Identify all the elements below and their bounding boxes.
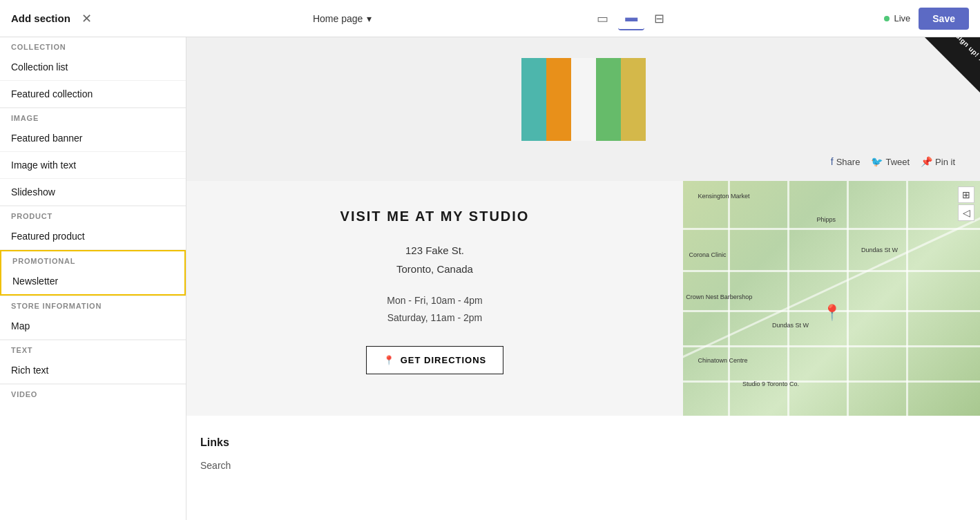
studio-section: VISIT ME AT MY STUDIO 123 Fake St. Toron… xyxy=(186,181,980,416)
share-button[interactable]: f Share xyxy=(831,156,861,167)
address-line1: 123 Fake St. xyxy=(207,241,662,260)
content-area: Sign up! ↗ xyxy=(186,37,980,520)
stripe-white xyxy=(571,58,596,141)
header-right: Live Save xyxy=(884,8,969,30)
facebook-icon: f xyxy=(831,156,834,167)
live-label: Live xyxy=(894,13,910,23)
page-selector-label: Home page xyxy=(313,13,363,24)
product-image-area xyxy=(200,51,966,148)
hours-line2: Saturday, 11am - 2pm xyxy=(207,309,662,327)
map-label: Dundas St W xyxy=(861,247,898,253)
map-label: Studio 9 Toronto Co. xyxy=(742,381,799,387)
studio-hours: Mon - Fri, 10am - 4pm Saturday, 11am - 2… xyxy=(207,292,662,327)
directions-button[interactable]: 📍 GET DIRECTIONS xyxy=(366,346,504,374)
footer-link-search[interactable]: Search xyxy=(200,457,966,474)
panel-title: Add section xyxy=(11,12,70,24)
sidebar-item-featured-banner[interactable]: Featured banner xyxy=(0,125,186,152)
twitter-icon: 🐦 xyxy=(871,156,883,167)
close-button[interactable]: ✕ xyxy=(79,10,95,28)
category-store-information: STORE INFORMATION xyxy=(0,296,186,313)
tweet-label: Tweet xyxy=(885,157,910,167)
map-pin: 📍 xyxy=(823,304,841,322)
stripe-orange xyxy=(546,58,571,141)
directions-label: GET DIRECTIONS xyxy=(401,355,487,365)
stripe-yellow xyxy=(621,58,646,141)
sidebar: COLLECTION Collection list Featured coll… xyxy=(0,37,186,520)
header-bar: Add section ✕ Home page ▾ ▭ ▬ ⊟ Live Sav… xyxy=(0,0,980,37)
category-promotional: PROMOTIONAL xyxy=(1,251,184,268)
studio-info: VISIT ME AT MY STUDIO 123 Fake St. Toron… xyxy=(186,181,683,416)
stripe-teal xyxy=(521,58,546,141)
map-label: Kensington Market xyxy=(698,193,750,200)
pin-button[interactable]: 📌 Pin it xyxy=(921,156,955,167)
address-line2: Toronto, Canada xyxy=(207,260,662,278)
map-layers-button[interactable]: ◁ xyxy=(958,204,974,221)
main-layout: COLLECTION Collection list Featured coll… xyxy=(0,37,980,520)
sidebar-item-featured-collection[interactable]: Featured collection xyxy=(0,81,186,108)
page-selector-button[interactable]: Home page ▾ xyxy=(307,10,377,27)
footer-section: Links Search xyxy=(186,416,980,494)
category-collection: COLLECTION xyxy=(0,37,186,54)
promotional-section: PROMOTIONAL Newsletter xyxy=(0,250,186,296)
sidebar-item-newsletter[interactable]: Newsletter xyxy=(1,268,184,294)
category-product: PRODUCT xyxy=(0,206,186,223)
save-button[interactable]: Save xyxy=(919,8,969,30)
map-label: Chinatown Centre xyxy=(698,357,748,364)
map-controls: ⊞ ◁ xyxy=(958,186,974,221)
map-grid-button[interactable]: ⊞ xyxy=(958,186,974,203)
share-label: Share xyxy=(836,157,861,167)
map-placeholder: Kensington Market Phipps Corona Clinic D… xyxy=(683,181,980,416)
product-stripes xyxy=(521,58,646,141)
wide-device-button[interactable]: ⊟ xyxy=(647,7,671,30)
sidebar-item-rich-text[interactable]: Rich text xyxy=(0,357,186,384)
hours-line1: Mon - Fri, 10am - 4pm xyxy=(207,292,662,309)
mobile-device-button[interactable]: ▭ xyxy=(590,7,615,30)
desktop-device-button[interactable]: ▬ xyxy=(618,6,644,30)
map-road xyxy=(906,181,908,416)
chevron-down-icon: ▾ xyxy=(367,13,372,24)
map-area[interactable]: Kensington Market Phipps Corona Clinic D… xyxy=(683,181,980,416)
mobile-icon: ▭ xyxy=(597,12,608,26)
map-label: Dundas St W xyxy=(772,322,809,329)
location-icon: 📍 xyxy=(383,355,395,365)
pin-label: Pin it xyxy=(935,157,955,167)
pinterest-icon: 📌 xyxy=(921,156,932,167)
page-content: Sign up! ↗ xyxy=(186,37,980,520)
header-left: Add section ✕ xyxy=(11,10,95,28)
studio-address: 123 Fake St. Toronto, Canada xyxy=(207,241,662,278)
category-video: VIDEO xyxy=(0,384,186,401)
category-text: TEXT xyxy=(0,340,186,357)
studio-title: VISIT ME AT MY STUDIO xyxy=(207,209,662,224)
map-road xyxy=(847,181,849,416)
stripe-green xyxy=(596,58,621,141)
sidebar-item-collection-list[interactable]: Collection list xyxy=(0,54,186,81)
map-label: Corona Clinic xyxy=(689,251,727,258)
sidebar-item-image-with-text[interactable]: Image with text xyxy=(0,152,186,179)
sidebar-item-map[interactable]: Map xyxy=(0,313,186,340)
sidebar-item-slideshow[interactable]: Slideshow xyxy=(0,179,186,206)
links-title: Links xyxy=(200,436,966,449)
wide-icon: ⊟ xyxy=(654,12,664,26)
sidebar-item-featured-product[interactable]: Featured product xyxy=(0,223,186,250)
signup-ribbon: Sign up! ↗ xyxy=(897,37,980,120)
map-label: Crown Nest Barbershop xyxy=(686,293,752,300)
live-dot xyxy=(884,16,890,21)
device-switcher: ▭ ▬ ⊟ xyxy=(590,6,671,30)
map-label: Phipps xyxy=(817,216,836,223)
live-indicator: Live xyxy=(884,13,910,23)
desktop-icon: ▬ xyxy=(625,10,637,24)
product-image xyxy=(521,58,646,141)
social-share-bar: f Share 🐦 Tweet 📌 Pin it xyxy=(200,148,966,167)
tweet-button[interactable]: 🐦 Tweet xyxy=(871,156,910,167)
product-section: f Share 🐦 Tweet 📌 Pin it xyxy=(186,37,980,181)
category-image: IMAGE xyxy=(0,108,186,125)
